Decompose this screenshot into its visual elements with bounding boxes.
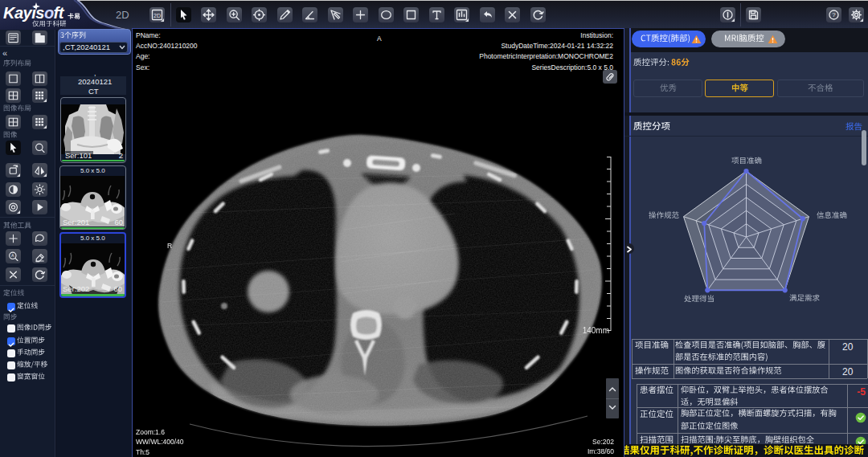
svg-text:?: ? <box>832 11 836 18</box>
svg-text:A: A <box>11 253 14 258</box>
svg-text:2D: 2D <box>154 13 161 18</box>
